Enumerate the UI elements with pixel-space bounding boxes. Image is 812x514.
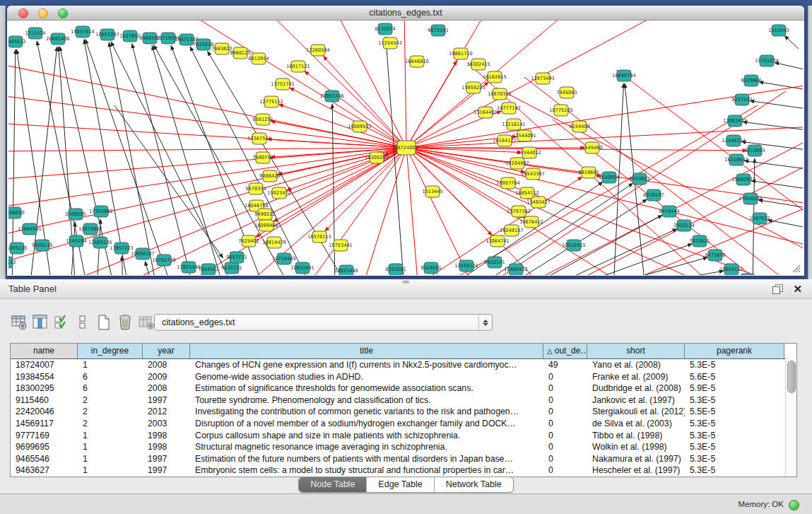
graph-node[interactable]: 8131074	[375, 23, 395, 35]
graph-node[interactable]: 7663822	[211, 43, 232, 54]
table-cell[interactable]: Estimation of significance thresholds fo…	[190, 382, 543, 395]
graph-edge[interactable]	[122, 256, 123, 275]
table-cell[interactable]: 2009	[143, 371, 190, 383]
graph-edge[interactable]	[767, 220, 803, 228]
table-cell[interactable]: Yano et al. (2008)	[587, 359, 685, 371]
graph-edge[interactable]	[8, 148, 406, 180]
graph-edge[interactable]	[406, 148, 525, 173]
graph-node[interactable]: 13164401	[473, 107, 498, 118]
table-row[interactable]: 2242004622012Investigating the contribut…	[11, 406, 796, 418]
graph-node[interactable]: 1711524	[25, 28, 45, 39]
graph-edge[interactable]	[109, 42, 157, 275]
graph-node[interactable]: 10889533	[348, 121, 372, 132]
graph-node[interactable]: 16543367	[521, 168, 545, 180]
table-cell[interactable]: 22420046	[11, 406, 78, 418]
table-cell[interactable]: 1998	[143, 441, 190, 453]
graph-node[interactable]: 19861710	[449, 48, 473, 59]
delete-table-icon[interactable]	[137, 313, 155, 332]
table-cell[interactable]: Changes of HCN gene expression and I(f) …	[190, 359, 543, 371]
graph-node[interactable]: 18775165	[549, 105, 573, 116]
graph-node[interactable]: 2935114	[673, 220, 694, 231]
table-cell[interactable]: 2012	[143, 406, 190, 418]
graph-node[interactable]: 12093832	[723, 115, 747, 127]
table-cell[interactable]: Structural magnetic resonance image aver…	[190, 441, 543, 453]
graph-node[interactable]: 17957223	[110, 243, 134, 254]
network-window-titlebar[interactable]: citations_edges.txt	[7, 6, 804, 21]
graph-node[interactable]: 12204997	[505, 158, 529, 169]
table-cell[interactable]: 5.3E-5	[685, 430, 784, 442]
vertical-scrollbar[interactable]	[785, 358, 796, 477]
graph-node[interactable]: 15923472	[267, 187, 291, 199]
table-cell[interactable]: 5.3E-5	[685, 359, 784, 371]
table-cell[interactable]: 14569117	[11, 418, 78, 430]
graph-node[interactable]: 11923448	[177, 262, 201, 273]
graph-edge[interactable]	[588, 162, 803, 275]
table-selector-dropdown[interactable]: citations_edges.txt	[154, 314, 493, 331]
table-cell[interactable]: 18300295	[11, 382, 78, 395]
table-cell[interactable]: Disruption of a novel member of a sodium…	[190, 418, 543, 430]
table-row[interactable]: 969969511998Structural magnetic resonanc…	[11, 441, 796, 453]
graph-edge[interactable]	[406, 148, 793, 275]
graph-node[interactable]: 2506050	[8, 207, 25, 218]
graph-node[interactable]: 1112443	[768, 25, 789, 36]
graph-node[interactable]: 20691406	[46, 33, 70, 45]
tab-network-table[interactable]: Network Table	[435, 477, 513, 492]
table-cell[interactable]: 9777169	[11, 430, 78, 442]
graph-edge[interactable]	[758, 200, 803, 208]
table-cell[interactable]: 0	[543, 371, 587, 383]
graph-node[interactable]: 16162615	[483, 71, 507, 83]
table-cell[interactable]: 9463627	[11, 465, 78, 477]
graph-node[interactable]: 16578113	[307, 231, 331, 243]
graph-edge[interactable]	[744, 160, 803, 169]
graph-edge[interactable]	[406, 148, 475, 275]
table-cell[interactable]: Tourette syndrome. Phenomenology and cla…	[190, 395, 543, 407]
graph-node[interactable]: 12444154	[722, 135, 746, 146]
column-header-year[interactable]: year	[143, 344, 190, 358]
column-header-name[interactable]: name	[11, 344, 78, 358]
graph-node[interactable]: 8581251	[252, 114, 273, 125]
graph-node[interactable]: 18724007	[394, 141, 418, 155]
graph-node[interactable]: 9657771	[226, 252, 247, 263]
table-cell[interactable]: Franke et al. (2009)	[587, 371, 685, 383]
column-header-short[interactable]: short	[587, 344, 685, 358]
graph-node[interactable]: 1527602	[119, 30, 140, 42]
graph-node[interactable]: 10975887	[78, 223, 102, 235]
graph-node[interactable]: 12775112	[259, 96, 283, 107]
table-cell[interactable]: 2008	[143, 382, 190, 395]
graph-edge[interactable]	[152, 46, 224, 275]
graph-node[interactable]: 16777147	[497, 103, 521, 114]
table-cell[interactable]: 9465546	[11, 453, 78, 465]
graph-node[interactable]: 9245652	[737, 274, 758, 275]
create-column-icon[interactable]	[95, 313, 113, 332]
table-cell[interactable]: de Silva et al. (2003)	[587, 418, 685, 430]
table-cell[interactable]: 0	[543, 418, 587, 430]
graph-edge[interactable]	[8, 148, 406, 151]
graph-node[interactable]: 12064741	[486, 235, 510, 247]
graph-edge[interactable]	[750, 101, 803, 109]
graph-node[interactable]: 1640954	[599, 172, 619, 183]
table-cell[interactable]: 0	[543, 441, 587, 453]
table-cell[interactable]: 0	[543, 465, 587, 477]
column-header-in_degree[interactable]: in_degree	[78, 344, 143, 358]
graph-node[interactable]: 12505135	[88, 237, 112, 248]
graph-edge[interactable]	[784, 35, 799, 49]
table-cell[interactable]: 6	[78, 382, 143, 395]
graph-node[interactable]: 8933923	[629, 173, 649, 185]
graph-edge[interactable]	[759, 82, 803, 90]
graph-node[interactable]: 10932415	[562, 240, 586, 251]
graph-node[interactable]: 10654112	[719, 264, 743, 275]
scrollbar-thumb[interactable]	[787, 361, 796, 393]
graph-node[interactable]: 10465412	[504, 264, 528, 275]
table-cell[interactable]: 5.3E-5	[685, 418, 784, 430]
graph-node[interactable]: 12973493	[531, 73, 555, 84]
graph-node[interactable]: 15716485	[272, 253, 296, 264]
table-cell[interactable]: 5.3E-5	[685, 465, 784, 477]
graph-node[interactable]: 15787342	[507, 206, 531, 217]
graph-node[interactable]: 12260584	[306, 45, 330, 56]
graph-node[interactable]: 11254543	[378, 37, 402, 49]
graph-node[interactable]: 3215953	[744, 145, 765, 156]
tab-node-table[interactable]: Node Table	[299, 477, 367, 492]
table-row[interactable]: 1872400712008Changes of HCN gene express…	[11, 359, 796, 371]
graph-node[interactable]: 10932441	[290, 262, 314, 274]
graph-edge[interactable]	[8, 63, 406, 148]
